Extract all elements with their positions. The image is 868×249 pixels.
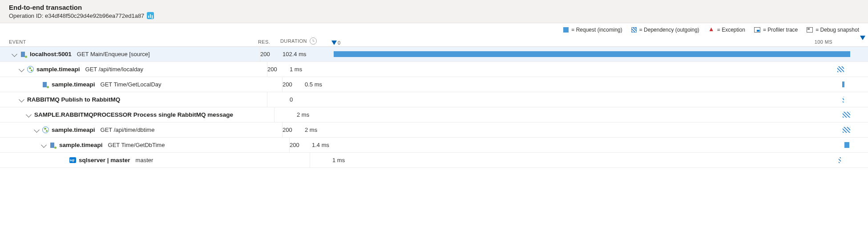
request-swatch-icon xyxy=(563,27,569,33)
event-cell: sample.timeapiGET Time/GetDbTime xyxy=(0,138,290,152)
timeline-cell xyxy=(341,92,868,107)
legend-profiler: = Profiler trace xyxy=(754,27,798,33)
server-icon xyxy=(49,142,57,149)
table-row[interactable]: RABBITMQ Publish to RabbitMQ0 xyxy=(0,92,868,107)
timeline-start-marker[interactable]: 0 xyxy=(331,40,341,45)
duration-value: 2 ms xyxy=(305,127,356,133)
legend-request-label: = Request (incoming) xyxy=(571,27,622,33)
timeline-cell xyxy=(356,122,868,137)
request-bar[interactable] xyxy=(844,142,849,148)
duration-value: 1.4 ms xyxy=(312,142,363,148)
table-row[interactable]: sample.timeapiGET /api/time/dbtime2002 m… xyxy=(0,122,868,138)
response-code: 200 xyxy=(283,127,305,133)
globe-icon xyxy=(27,66,34,73)
col-header-duration[interactable]: Duration xyxy=(280,37,331,45)
duration-value: 2 ms xyxy=(297,111,348,118)
request-bar[interactable] xyxy=(334,51,850,57)
dependency-swatch-icon xyxy=(631,27,637,33)
header: End-to-end transaction Operation ID: e34… xyxy=(0,0,868,23)
view-in-analytics-icon[interactable] xyxy=(147,12,154,19)
table-row[interactable]: sample.timeapiGET /api/time/localday2001… xyxy=(0,62,868,77)
event-name: sqlserver | master xyxy=(79,157,130,163)
legend: = Request (incoming) = Dependency (outgo… xyxy=(0,23,868,37)
clock-icon xyxy=(310,37,317,45)
event-detail: GET /api/time/dbtime xyxy=(101,127,155,133)
dependency-bar[interactable] xyxy=(837,66,844,72)
chevron-down-icon[interactable] xyxy=(26,112,32,118)
col-header-duration-label: Duration xyxy=(280,38,307,44)
table-row[interactable]: localhost:5001GET Main/Enqueue [source]2… xyxy=(0,47,868,62)
legend-exception: = Exception xyxy=(708,27,745,33)
timeline-cell xyxy=(384,153,868,167)
event-name: localhost:5001 xyxy=(30,51,72,57)
profiler-swatch-icon xyxy=(754,27,760,33)
event-name: sample.timeapi xyxy=(52,81,95,88)
response-code: 200 xyxy=(283,81,305,88)
duration-value: 0.5 ms xyxy=(305,81,356,88)
chevron-down-icon[interactable] xyxy=(19,97,24,102)
chevron-down-icon[interactable] xyxy=(41,142,47,148)
timeline-zero-label: 0 xyxy=(338,40,341,45)
col-header-timeline: 0 100 MS xyxy=(331,37,868,45)
table-row[interactable]: sqlserver | mastermaster1 ms xyxy=(0,153,868,168)
event-cell: sample.timeapiGET Time/GetLocalDay xyxy=(0,77,283,92)
event-detail: GET Time/GetLocalDay xyxy=(101,81,161,88)
event-detail: GET /api/time/localday xyxy=(85,66,144,73)
debug-swatch-icon xyxy=(807,27,813,33)
event-cell: sample.timeapiGET /api/time/localday xyxy=(0,62,267,77)
timeline-cell xyxy=(356,77,868,92)
globe-icon xyxy=(42,127,49,133)
timeline-cell xyxy=(363,138,868,152)
column-headers: Event Res. Duration 0 100 MS xyxy=(0,37,868,47)
chevron-down-icon[interactable] xyxy=(34,127,40,133)
timeline-cell xyxy=(341,62,868,77)
table-row[interactable]: SAMPLE.RABBITMQPROCESSOR Process single … xyxy=(0,107,868,122)
event-name: sample.timeapi xyxy=(36,66,80,73)
page-title: End-to-end transaction xyxy=(9,4,859,11)
exception-swatch-icon xyxy=(708,27,715,33)
col-header-res[interactable]: Res. xyxy=(258,39,280,45)
response-code: 200 xyxy=(290,142,312,148)
duration-value: 0 xyxy=(290,96,341,103)
funnel-icon xyxy=(331,41,337,45)
event-name: RABBITMQ Publish to RabbitMQ xyxy=(27,96,120,103)
event-cell: localhost:5001GET Main/Enqueue [source] xyxy=(0,47,260,61)
duration-value: 102.4 ms xyxy=(283,51,334,57)
server-icon xyxy=(42,81,49,88)
chevron-down-icon[interactable] xyxy=(12,51,17,57)
legend-dependency-label: = Dependency (outgoing) xyxy=(639,27,699,33)
legend-debug: = Debug snapshot xyxy=(807,27,859,33)
operation-id-line: Operation ID: e34df48f50c29d4e92b96ea772… xyxy=(9,12,859,19)
event-detail: GET Time/GetDbTime xyxy=(108,142,165,148)
legend-request: = Request (incoming) xyxy=(563,27,622,33)
legend-profiler-label: = Profiler trace xyxy=(763,27,798,33)
response-code: 200 xyxy=(267,66,290,73)
event-name: sample.timeapi xyxy=(59,142,103,148)
operation-id-value: e34df48f50c29d4e92b96ea772ed1a87 xyxy=(45,12,144,19)
event-name: SAMPLE.RABBITMQPROCESSOR Process single … xyxy=(34,111,233,118)
event-detail: master xyxy=(136,157,153,163)
event-cell: SAMPLE.RABBITMQPROCESSOR Process single … xyxy=(0,107,275,122)
legend-exception-label: = Exception xyxy=(717,27,745,33)
event-name: sample.timeapi xyxy=(52,127,95,133)
response-code: 200 xyxy=(260,51,283,57)
chevron-down-icon[interactable] xyxy=(19,66,24,72)
col-header-event[interactable]: Event xyxy=(0,39,258,45)
dependency-bar[interactable] xyxy=(843,112,850,118)
dependency-bar[interactable] xyxy=(843,97,844,102)
dependency-bar[interactable] xyxy=(843,127,850,133)
filter-button[interactable] xyxy=(860,36,865,40)
event-cell: sqlserver | mastermaster xyxy=(0,153,310,167)
sql-icon xyxy=(69,157,76,163)
event-rows: localhost:5001GET Main/Enqueue [source]2… xyxy=(0,47,868,168)
table-row[interactable]: sample.timeapiGET Time/GetLocalDay2000.5… xyxy=(0,77,868,92)
dependency-bar[interactable] xyxy=(839,157,841,163)
server-icon xyxy=(20,51,27,58)
request-bar[interactable] xyxy=(842,82,844,87)
timeline-end-label: 100 MS xyxy=(815,39,832,45)
table-row[interactable]: sample.timeapiGET Time/GetDbTime2001.4 m… xyxy=(0,138,868,153)
legend-debug-label: = Debug snapshot xyxy=(816,27,859,33)
duration-value: 1 ms xyxy=(290,66,341,73)
event-cell: RABBITMQ Publish to RabbitMQ xyxy=(0,92,267,107)
event-detail: GET Main/Enqueue [source] xyxy=(77,51,150,57)
